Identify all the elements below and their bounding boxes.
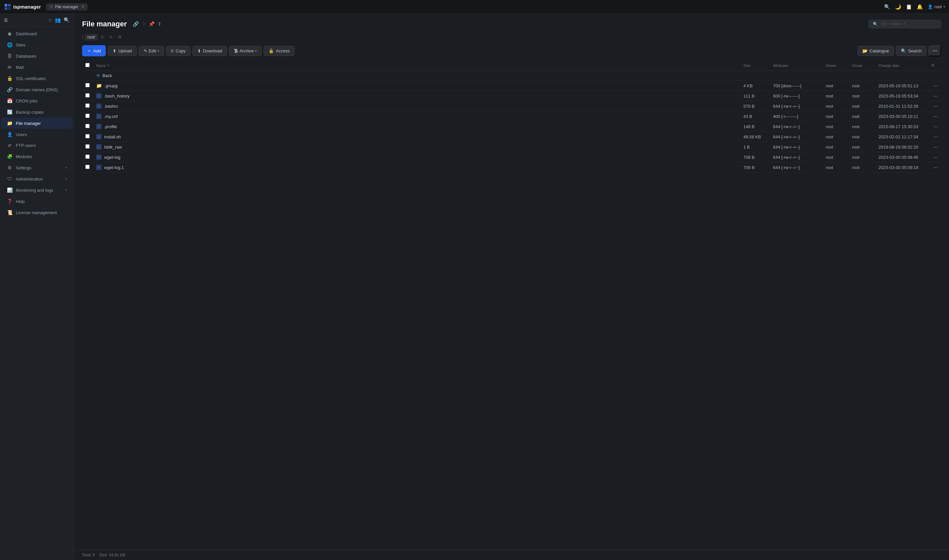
row-group-cell: root [849,111,875,122]
sidebar-search-icon[interactable]: 🔍 [63,17,70,23]
logo[interactable]: ispmanager [4,3,41,11]
row-checkbox-4[interactable] [85,124,89,128]
breadcrumb-edit-icon[interactable]: ✎ [107,34,115,40]
sidebar-item-backup[interactable]: 🔄 Backup copies [1,106,72,118]
breadcrumb-settings-icon[interactable]: ⚙ [116,34,124,40]
table-row[interactable]: 📁 .gnupg 4 KB 700 [drwx------] root root… [82,81,941,91]
sidebar-item-ssl[interactable]: 🔒 SSL-certificates [1,73,72,84]
notifications-send-icon[interactable]: 📋 [906,4,912,10]
row-checkbox-1[interactable] [85,93,89,97]
edit-button[interactable]: ✎ Edit ▾ [139,46,164,56]
copy-button[interactable]: ⎘ Copy [166,46,191,56]
breadcrumb-path[interactable]: root/ [85,34,98,40]
monitoring-icon: 📊 [6,188,12,193]
row-actions-menu[interactable]: ⋯ [928,111,941,122]
sidebar-item-settings[interactable]: ⚙ Settings ▾ [1,162,72,173]
catalogue-button[interactable]: 📂 Catalogue [857,46,894,56]
dns-icon: 🔗 [6,87,12,92]
row-group-cell: root [849,142,875,152]
row-checkbox-6[interactable] [85,144,89,149]
sidebar-item-dashboard[interactable]: ◉ Dashboard [1,28,72,39]
row-checkbox-7[interactable] [85,154,89,159]
header-share-icon[interactable]: ⬆ [157,21,162,27]
more-button[interactable]: ••• [929,45,941,56]
row-actions-menu[interactable]: ⋯ [928,132,941,142]
row-actions-menu[interactable]: ⋯ [928,91,941,101]
add-button[interactable]: ＋ Add [82,45,106,56]
theme-toggle-icon[interactable]: 🌙 [895,4,901,10]
row-filename: .my.cnf [104,114,118,119]
row-group-cell: root [849,81,875,91]
sidebar-item-administration[interactable]: 🛡 Administration ▾ [1,173,72,185]
header-star-icon[interactable]: ☆ [142,21,146,27]
sidebar-item-modules[interactable]: 🧩 Modules [1,151,72,162]
tab-clock-icon: ⏱ [49,5,53,9]
row-actions-menu[interactable]: ⋯ [928,122,941,132]
archive-button[interactable]: 🗜 Archive ▾ [229,46,262,56]
row-checkbox-8[interactable] [85,165,89,169]
table-row[interactable]: ≡ .my.cnf 43 B 400 [-r--------] root roo… [82,111,941,122]
sidebar-item-help[interactable]: ❓ Help [1,196,72,207]
back-date-cell [875,71,928,81]
bell-icon[interactable]: 🔔 [917,4,923,10]
row-checkbox-2[interactable] [85,103,89,108]
back-attr-cell [770,71,823,81]
sidebar-item-cron[interactable]: 📅 CRON jobs [1,95,72,106]
row-actions-menu[interactable]: ⋯ [928,162,941,172]
table-row-back[interactable]: ⟲ Back [82,71,941,81]
access-icon: 🔓 [268,48,274,53]
upload-button[interactable]: ⬆ Upload [108,46,137,56]
breadcrumb-copy-icon[interactable]: ⎘ [99,34,106,40]
table-row[interactable]: ≡ install.sh 48.58 KB 644 [-rw-r--r--] r… [82,132,941,142]
table-row[interactable]: ≡ wget-log.1 706 B 644 [-rw-r--r--] root… [82,162,941,172]
row-name-cell: ≡ wget-log.1 [93,162,740,172]
th-name[interactable]: Name ⇅ [93,60,740,71]
header-pin-icon[interactable]: 📌 [149,21,155,27]
row-checkbox-5[interactable] [85,134,89,138]
row-name-inner: ≡ .profile [96,124,737,129]
tab-filemanager[interactable]: ⏱ File manager ✕ [46,3,88,11]
table-row[interactable]: ≡ .bash_history 111 B 600 [-rw-------] r… [82,91,941,101]
sidebar-star-icon[interactable]: ☆ [48,17,52,23]
sidebar-item-ftpusers[interactable]: ⇄ FTP-users [1,140,72,151]
row-checkbox-3[interactable] [85,114,89,118]
sidebar-group-icon[interactable]: 👥 [55,17,61,23]
table-row[interactable]: ≡ .profile 148 B 644 [-rw-r--r--] root r… [82,122,941,132]
sidebar-item-users[interactable]: 👤 Users [1,129,72,140]
sidebar-item-sites[interactable]: 🌐 Sites [1,39,72,51]
table-row[interactable]: ≡ .bashrc 570 B 644 [-rw-r--r--] root ro… [82,101,941,111]
header-link-icon[interactable]: 🔗 [133,21,139,27]
global-search-icon[interactable]: 🔍 [884,4,890,10]
row-actions-menu[interactable]: ⋯ [928,152,941,162]
download-button[interactable]: ⬇ Download [193,46,227,56]
row-date-cell: 2023-03-30 05:08:46 [875,152,928,162]
sidebar-item-databases[interactable]: 🗄 Databases [1,51,72,62]
sort-icon: ⇅ [107,63,110,67]
mail-icon: ✉ [6,65,12,70]
sidebar-item-monitoring[interactable]: 📊 Monitoring and logs ▾ [1,185,72,196]
sidebar-item-license[interactable]: 📜 License management [1,207,72,218]
sidebar-item-filemanager[interactable]: 📁 File manager [1,118,72,129]
table-row[interactable]: ≡ lsblk_raw 1 B 644 [-rw-r--r--] root ro… [82,142,941,152]
row-size-cell: 43 B [740,111,770,122]
row-date-cell: 2023-05-19 05:51:13 [875,81,928,91]
tab-close-icon[interactable]: ✕ [82,5,84,9]
header-search-box[interactable]: 🔍 Ctrl + Shift + F [869,20,941,28]
table-row[interactable]: ≡ wget-log 708 B 644 [-rw-r--r--] root r… [82,152,941,162]
search-button[interactable]: 🔍 Search [896,46,927,56]
sidebar-item-dns[interactable]: 🔗 Domain names (DNS) [1,84,72,95]
row-attr-cell: 400 [-r--------] [770,111,823,122]
row-checkbox-0[interactable] [85,83,89,87]
sidebar-item-mail[interactable]: ✉ Mail [1,62,72,73]
row-actions-menu[interactable]: ⋯ [928,81,941,91]
th-settings-icon[interactable]: ⚙ [928,60,941,71]
row-owner-cell: root [823,101,849,111]
row-actions-menu[interactable]: ⋯ [928,101,941,111]
select-all-checkbox[interactable] [85,63,89,67]
file-table-body: ⟲ Back 📁 [82,71,941,172]
sidebar-item-label-license: License management [16,210,67,215]
row-actions-menu[interactable]: ⋯ [928,142,941,152]
sidebar-hamburger-icon[interactable]: ☰ [4,18,8,23]
user-menu[interactable]: 👤 root ▾ [927,4,945,9]
access-button[interactable]: 🔓 Access [263,46,294,56]
